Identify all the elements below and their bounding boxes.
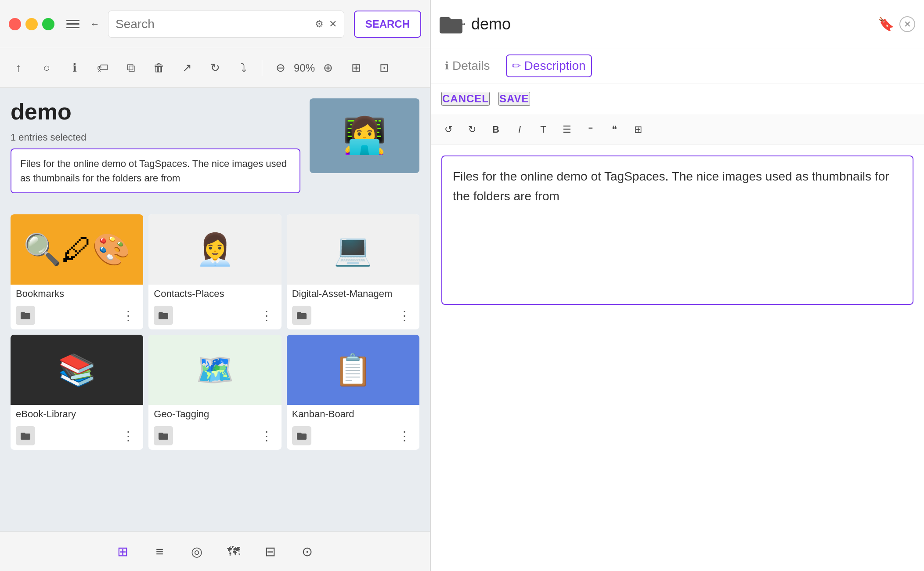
more-options-button[interactable]: ⋮ bbox=[395, 427, 414, 445]
folder-thumb-kanban: 📋 bbox=[287, 335, 419, 405]
folder-card-footer: ⋮ bbox=[148, 423, 281, 450]
folder-card[interactable]: 📋 Kanban-Board ⋮ bbox=[287, 335, 419, 450]
filter-icon[interactable]: ⚙ bbox=[315, 18, 324, 30]
more-options-button[interactable]: ⋮ bbox=[395, 307, 414, 325]
undo-button[interactable]: ↺ bbox=[440, 121, 457, 138]
ordered-list-button[interactable]: ⁼ bbox=[582, 121, 599, 138]
export-icon[interactable]: ⤵ bbox=[234, 58, 253, 78]
more-options-button[interactable]: ⋮ bbox=[257, 307, 276, 325]
ebook-icon: 📚 bbox=[58, 354, 96, 385]
move-icon[interactable]: ↻ bbox=[206, 58, 225, 78]
table-button[interactable]: ⊞ bbox=[629, 121, 647, 138]
open-folder-button[interactable] bbox=[292, 306, 311, 325]
right-close-button[interactable]: ✕ bbox=[899, 16, 915, 32]
redo-button[interactable]: ↻ bbox=[463, 121, 481, 138]
more-options-button[interactable]: ⋮ bbox=[119, 307, 138, 325]
editor-toolbar: ↺ ↻ B I T ☰ ⁼ ❝ ⊞ bbox=[431, 114, 924, 145]
title-bar: ← ⚙ ✕ SEARCH bbox=[0, 0, 430, 48]
open-folder-button[interactable] bbox=[16, 426, 35, 445]
contacts-icon: 👩‍💼 bbox=[196, 234, 234, 265]
editor-content bbox=[431, 145, 924, 571]
folder-card-footer: ⋮ bbox=[287, 423, 419, 450]
copy-icon[interactable]: ⧉ bbox=[121, 58, 141, 78]
description-textarea[interactable] bbox=[441, 155, 913, 305]
folder-card-footer: ⋮ bbox=[287, 303, 419, 329]
bold-button[interactable]: B bbox=[487, 121, 505, 138]
traffic-lights bbox=[9, 18, 54, 30]
bookmark-icon[interactable]: 🔖 bbox=[878, 16, 894, 32]
open-folder-button[interactable] bbox=[16, 306, 35, 325]
details-tab-icon: ℹ bbox=[445, 60, 449, 72]
more-options-button[interactable]: ⋮ bbox=[119, 427, 138, 445]
cancel-button[interactable]: CANCEL bbox=[441, 92, 490, 106]
tab-details-label: Details bbox=[452, 59, 490, 73]
camera-button[interactable]: ◎ bbox=[185, 540, 209, 564]
select-icon[interactable]: ⊡ bbox=[375, 58, 394, 78]
folder-card-name: Bookmarks bbox=[11, 285, 143, 303]
header-thumb-illustration: 👩‍💻 bbox=[310, 98, 419, 173]
share-icon[interactable]: ↗ bbox=[177, 58, 197, 78]
digital-icon: 💻 bbox=[334, 234, 372, 265]
zoom-in-icon[interactable]: ⊕ bbox=[318, 58, 338, 78]
minimize-button[interactable] bbox=[25, 18, 38, 30]
kanban-button[interactable]: ⊟ bbox=[259, 540, 282, 564]
more-options-button[interactable]: ⋮ bbox=[257, 427, 276, 445]
left-panel: ← ⚙ ✕ SEARCH ↑ ○ ℹ 🏷 ⧉ 🗑 ↗ ↻ ⤵ ⊖ 90% ⊕ ⊞… bbox=[0, 0, 430, 571]
map-button[interactable]: 🗺 bbox=[222, 540, 245, 564]
tab-description[interactable]: ✏ Description bbox=[506, 54, 592, 77]
quote-button[interactable]: ❝ bbox=[606, 121, 623, 138]
save-button[interactable]: SAVE bbox=[498, 92, 530, 106]
folder-card-footer: ⋮ bbox=[11, 303, 143, 329]
upload-icon[interactable]: ↑ bbox=[9, 58, 28, 78]
right-folder-name: demo bbox=[471, 15, 873, 33]
clear-search-icon[interactable]: ✕ bbox=[329, 18, 337, 30]
grid-view-button[interactable]: ⊞ bbox=[111, 540, 135, 564]
folder-card-name: Kanban-Board bbox=[287, 405, 419, 423]
heading-button[interactable]: T bbox=[534, 121, 552, 138]
folder-thumb-bookmarks: 🔍🖊🎨 bbox=[11, 214, 143, 285]
zoom-out-icon[interactable]: ⊖ bbox=[271, 58, 290, 78]
right-folder-icon bbox=[440, 12, 466, 36]
open-folder-button[interactable] bbox=[292, 426, 311, 445]
layout-icon[interactable]: ⊞ bbox=[346, 58, 366, 78]
open-folder-button[interactable] bbox=[154, 306, 173, 325]
italic-button[interactable]: I bbox=[511, 121, 528, 138]
folder-card-name: Contacts-Places bbox=[148, 285, 281, 303]
delete-icon[interactable]: 🗑 bbox=[149, 58, 169, 78]
folder-card[interactable]: 🔍🖊🎨 Bookmarks ⋮ bbox=[11, 214, 143, 329]
folder-thumbnail: 👩‍💻 bbox=[310, 98, 419, 173]
toolbar-divider bbox=[262, 60, 262, 76]
folder-card[interactable]: 📚 eBook-Library ⋮ bbox=[11, 335, 143, 450]
bottom-toolbar: ⊞ ≡ ◎ 🗺 ⊟ ⊙ bbox=[0, 531, 430, 571]
fullscreen-button[interactable] bbox=[42, 18, 54, 30]
tab-details[interactable]: ℹ Details bbox=[440, 55, 495, 76]
circle-icon[interactable]: ○ bbox=[37, 58, 56, 78]
folder-header-row: demo 1 entries selected Files for the on… bbox=[11, 98, 419, 204]
folder-thumb-digital: 💻 bbox=[287, 214, 419, 285]
folder-card-name: Geo-Tagging bbox=[148, 405, 281, 423]
svg-point-0 bbox=[461, 23, 463, 25]
folder-card[interactable]: 🗺️ Geo-Tagging ⋮ bbox=[148, 335, 281, 450]
action-bar: CANCEL SAVE bbox=[431, 83, 924, 114]
hamburger-menu-button[interactable] bbox=[64, 15, 82, 33]
info-icon[interactable]: ℹ bbox=[65, 58, 84, 78]
tab-description-label: Description bbox=[524, 59, 586, 73]
tag-icon[interactable]: 🏷 bbox=[93, 58, 112, 78]
folder-thumb-geo: 🗺️ bbox=[148, 335, 281, 405]
open-folder-button[interactable] bbox=[154, 426, 173, 445]
search-button[interactable]: SEARCH bbox=[354, 11, 421, 38]
description-tab-icon: ✏ bbox=[512, 60, 521, 72]
right-panel: demo 🔖 ✕ ℹ Details ✏ Description CANCEL … bbox=[430, 0, 924, 571]
folder-card[interactable]: 👩‍💼 Contacts-Places ⋮ bbox=[148, 214, 281, 329]
folder-grid: 🔍🖊🎨 Bookmarks ⋮ 👩‍💼 Contacts- bbox=[11, 214, 419, 450]
close-button[interactable] bbox=[9, 18, 21, 30]
back-button[interactable]: ← bbox=[87, 16, 103, 32]
list-view-button[interactable]: ≡ bbox=[148, 540, 172, 564]
folder-card[interactable]: 💻 Digital-Asset-Managem ⋮ bbox=[287, 214, 419, 329]
unordered-list-button[interactable]: ☰ bbox=[558, 121, 576, 138]
search-input[interactable] bbox=[116, 17, 315, 31]
geo-icon: 🗺️ bbox=[196, 354, 234, 385]
entries-selected: 1 entries selected bbox=[11, 132, 300, 143]
network-button[interactable]: ⊙ bbox=[296, 540, 319, 564]
search-container: ⚙ ✕ bbox=[108, 11, 344, 38]
